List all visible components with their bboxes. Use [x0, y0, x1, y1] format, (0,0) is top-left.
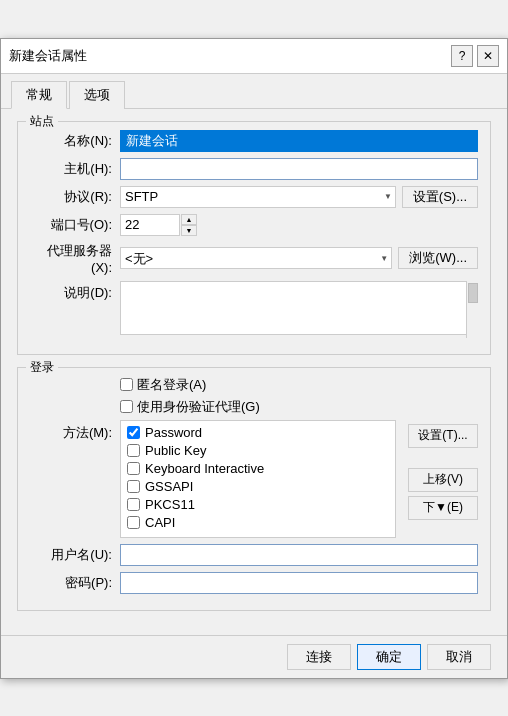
host-input[interactable] — [120, 158, 478, 180]
scrollbar-thumb — [468, 283, 478, 303]
method-box: Password Public Key Keyboard Interactive — [120, 420, 396, 538]
method-publickey-label: Public Key — [145, 443, 206, 458]
tab-general[interactable]: 常规 — [11, 81, 67, 109]
port-row: 端口号(O): ▲ ▼ — [30, 214, 478, 236]
protocol-select-wrapper: SFTP FTP SCP FTPS — [120, 186, 396, 208]
proxy-select-wrapper: <无> — [120, 247, 392, 269]
station-section: 站点 名称(N): 主机(H): 协议(R): SFTP FTP — [17, 121, 491, 355]
port-input-wrap: ▲ ▼ — [120, 214, 197, 236]
proxy-select[interactable]: <无> — [120, 247, 392, 269]
method-row: 方法(M): Password Public Key K — [30, 420, 478, 538]
method-gssapi-label: GSSAPI — [145, 479, 193, 494]
desc-scrollbar — [466, 281, 478, 338]
method-pkcs11-label: PKCS11 — [145, 497, 195, 512]
tab-bar: 常规 选项 — [1, 74, 507, 109]
ok-button[interactable]: 确定 — [357, 644, 421, 670]
port-down-btn[interactable]: ▼ — [181, 225, 197, 236]
desc-textarea-wrap — [120, 281, 478, 338]
method-up-button[interactable]: 上移(V) — [408, 468, 478, 492]
proxy-browse-button[interactable]: 浏览(W)... — [398, 247, 478, 269]
password-input[interactable] — [120, 572, 478, 594]
anon-label: 匿名登录(A) — [137, 376, 206, 394]
username-input[interactable] — [120, 544, 478, 566]
method-password-checkbox[interactable] — [127, 426, 140, 439]
method-option-password: Password — [127, 425, 389, 440]
login-title: 登录 — [26, 359, 58, 376]
proxy-row: 代理服务器(X): <无> 浏览(W)... — [30, 242, 478, 275]
method-down-label: 下▼(E) — [423, 500, 463, 514]
host-row: 主机(H): — [30, 158, 478, 180]
method-option-pkcs11: PKCS11 — [127, 497, 389, 512]
title-bar: 新建会话属性 ? ✕ — [1, 39, 507, 74]
port-input[interactable] — [120, 214, 180, 236]
connect-button[interactable]: 连接 — [287, 644, 351, 670]
protocol-row: 协议(R): SFTP FTP SCP FTPS 设置(S)... — [30, 186, 478, 208]
anon-checkbox[interactable] — [120, 378, 133, 391]
password-row: 密码(P): — [30, 572, 478, 594]
method-option-publickey: Public Key — [127, 443, 389, 458]
port-spinner: ▲ ▼ — [181, 214, 197, 236]
method-pkcs11-checkbox[interactable] — [127, 498, 140, 511]
proxy-label: 代理服务器(X): — [30, 242, 120, 275]
desc-input[interactable] — [120, 281, 466, 335]
name-input[interactable] — [120, 130, 478, 152]
method-settings-button[interactable]: 设置(T)... — [408, 424, 478, 448]
username-label: 用户名(U): — [30, 546, 120, 564]
method-capi-checkbox[interactable] — [127, 516, 140, 529]
method-keyboard-label: Keyboard Interactive — [145, 461, 264, 476]
method-buttons: 设置(T)... 上移(V) 下▼(E) — [408, 420, 478, 520]
protocol-label: 协议(R): — [30, 188, 120, 206]
username-row: 用户名(U): — [30, 544, 478, 566]
method-gssapi-checkbox[interactable] — [127, 480, 140, 493]
footer: 连接 确定 取消 — [1, 635, 507, 678]
name-row: 名称(N): — [30, 130, 478, 152]
close-button[interactable]: ✕ — [477, 45, 499, 67]
method-keyboard-checkbox[interactable] — [127, 462, 140, 475]
method-option-keyboard: Keyboard Interactive — [127, 461, 389, 476]
password-label: 密码(P): — [30, 574, 120, 592]
anon-row: 匿名登录(A) — [120, 376, 478, 394]
dialog: 新建会话属性 ? ✕ 常规 选项 站点 名称(N): 主机(H): — [0, 38, 508, 679]
title-controls: ? ✕ — [451, 45, 499, 67]
protocol-settings-button[interactable]: 设置(S)... — [402, 186, 478, 208]
help-button[interactable]: ? — [451, 45, 473, 67]
port-up-btn[interactable]: ▲ — [181, 214, 197, 225]
dialog-title: 新建会话属性 — [9, 47, 87, 65]
method-option-gssapi: GSSAPI — [127, 479, 389, 494]
desc-row: 说明(D): — [30, 281, 478, 338]
login-section: 登录 匿名登录(A) 使用身份验证代理(G) 方法(M): Passwor — [17, 367, 491, 611]
host-label: 主机(H): — [30, 160, 120, 178]
method-option-capi: CAPI — [127, 515, 389, 530]
name-label: 名称(N): — [30, 132, 120, 150]
content: 站点 名称(N): 主机(H): 协议(R): SFTP FTP — [1, 109, 507, 635]
method-down-button[interactable]: 下▼(E) — [408, 496, 478, 520]
method-publickey-checkbox[interactable] — [127, 444, 140, 457]
cancel-button[interactable]: 取消 — [427, 644, 491, 670]
station-title: 站点 — [26, 113, 58, 130]
agent-label: 使用身份验证代理(G) — [137, 398, 260, 416]
tab-options[interactable]: 选项 — [69, 81, 125, 109]
port-label: 端口号(O): — [30, 216, 120, 234]
agent-row: 使用身份验证代理(G) — [120, 398, 478, 416]
method-password-label: Password — [145, 425, 202, 440]
desc-label: 说明(D): — [30, 281, 120, 302]
method-label: 方法(M): — [30, 420, 120, 442]
agent-checkbox[interactable] — [120, 400, 133, 413]
protocol-select[interactable]: SFTP FTP SCP FTPS — [120, 186, 396, 208]
method-capi-label: CAPI — [145, 515, 175, 530]
